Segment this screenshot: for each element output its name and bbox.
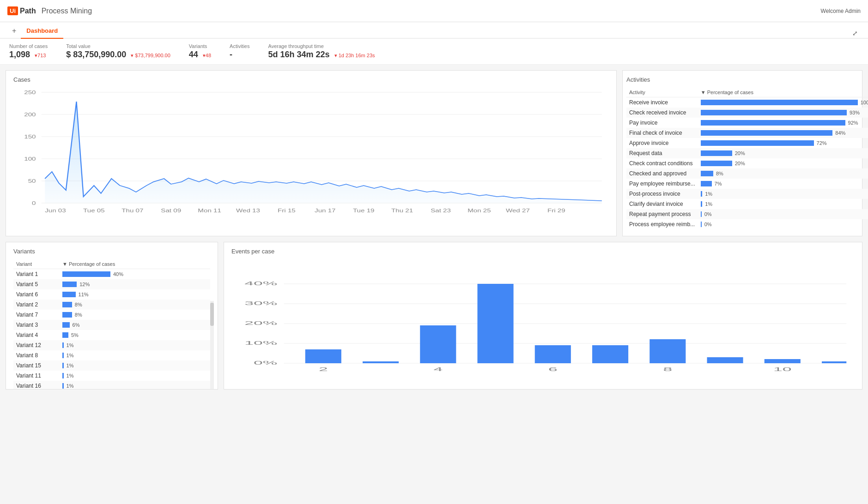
right-panel: Activities Activity ▼ Percentage of case… [622,70,862,236]
variant-pct-col-header[interactable]: ▼ Percentage of cases [60,259,210,269]
activity-pct-cell: 92% [698,118,868,128]
bar-2 [305,349,341,363]
svg-text:100: 100 [24,156,36,162]
activity-bar [701,110,847,115]
svg-text:10: 10 [773,367,791,372]
variant-row: Variant 16 1% [13,381,210,390]
bar-11 [822,361,846,363]
variant-row: Variant 7 8% [13,310,210,320]
activity-pct-label: 7% [715,181,728,186]
activity-pct-label: 93% [850,110,862,115]
variant-pct-label: 6% [73,322,85,328]
activity-name: Approve invoice [626,138,698,148]
activity-pct-cell: 93% [698,108,868,118]
variant-row: Variant 12 1% [13,340,210,350]
activity-pct-label: 0% [704,211,717,217]
svg-text:20%: 20% [244,321,277,326]
cases-card: Cases 0 50 100 150 200 250 Jun 03 Tue 05 [6,70,617,236]
stat-variants: Variants 44 ▾48 [189,43,211,60]
tab-dashboard[interactable]: Dashboard [21,24,63,39]
variant-col-header[interactable]: Variant [13,259,60,269]
variant-row: Variant 6 11% [13,289,210,300]
svg-text:Fri 15: Fri 15 [278,208,296,214]
variant-bar [62,383,64,389]
variant-bar [62,342,64,348]
svg-text:50: 50 [28,179,36,184]
variant-pct-label: 1% [67,342,79,348]
svg-text:Mon 25: Mon 25 [467,208,491,214]
pct-col-header[interactable]: ▼ Percentage of cases [698,88,868,97]
stat-activities: Activities - [230,43,249,60]
activity-pct-cell: 20% [698,158,868,168]
main-content: Cases 0 50 100 150 200 250 Jun 03 Tue 05 [0,65,868,242]
activity-pct-cell: 0% [698,209,868,219]
variant-pct-label: 8% [75,302,88,307]
activity-row: Post-process invoice 1% [626,189,868,199]
activity-bar [701,130,833,136]
svg-text:Tue 19: Tue 19 [353,208,375,214]
variant-pct-label: 5% [71,332,84,338]
activity-bar [701,120,845,126]
activity-row: Clarify deviant invoice 1% [626,199,868,209]
variant-row: Variant 1 40% [13,269,210,280]
svg-text:Thu 07: Thu 07 [121,208,143,214]
activity-pct-cell: 84% [698,128,868,138]
activities-table: Activity ▼ Percentage of cases Receive i… [626,88,868,229]
activity-col-header[interactable]: Activity [626,88,698,97]
variant-bar [62,322,70,328]
svg-text:30%: 30% [244,301,277,306]
bar-9 [707,357,743,363]
variant-pct-label: 1% [67,373,79,378]
variant-bar [62,271,110,277]
throughput-change: ▾ 1d 23h 16m 23s [334,53,375,59]
variant-row: Variant 15 1% [13,360,210,371]
activity-pct-label: 72% [817,140,830,146]
activity-name: Receive invoice [626,97,698,108]
variant-name: Variant 2 [13,300,60,310]
variant-bar [62,282,77,287]
activity-bar [701,100,858,105]
activity-bar [701,201,702,207]
variant-row: Variant 3 6% [13,320,210,330]
variant-bar [62,363,64,368]
activity-name: Check contract conditions [626,158,698,168]
svg-text:Wed 27: Wed 27 [506,208,530,214]
activity-name: Pay employee reimburse... [626,179,698,189]
bar-5 [478,284,514,363]
svg-text:4: 4 [433,367,443,372]
svg-text:Wed 13: Wed 13 [236,208,260,214]
variant-name: Variant 1 [13,269,60,280]
activity-bar [701,150,732,156]
activity-bar [701,211,702,217]
maximize-button[interactable]: ⤢ [850,29,861,38]
activity-name: Pay invoice [626,118,698,128]
variant-pct-cell: 8% [60,300,210,310]
variant-pct-cell: 40% [60,269,210,280]
variant-pct-cell: 1% [60,340,210,350]
activity-bar [701,222,702,227]
variant-name: Variant 12 [13,340,60,350]
logo-area: Ui Path Process Mining [7,6,92,15]
variant-name: Variant 7 [13,310,60,320]
svg-text:Thu 21: Thu 21 [391,208,413,214]
svg-text:200: 200 [24,112,36,118]
variant-name: Variant 5 [13,279,60,289]
activity-row: Repeat payment process 0% [626,209,868,219]
logo-box: Ui [7,6,18,15]
logo: Ui Path [7,6,36,15]
activity-pct-label: 0% [704,222,717,227]
svg-text:0: 0 [32,201,36,206]
scrollbar-thumb[interactable] [210,303,214,326]
variant-bar [62,332,68,338]
activity-name: Post-process invoice [626,189,698,199]
activity-pct-cell: 72% [698,138,868,148]
svg-text:6: 6 [548,367,558,372]
add-tab-button[interactable]: + [7,24,21,38]
activity-bar [701,171,713,176]
variant-name: Variant 11 [13,371,60,381]
activity-row: Approve invoice 72% [626,138,868,148]
activity-pct-cell: 20% [698,148,868,158]
events-title: Events per case [231,248,855,255]
cases-value: 1,098 [9,50,30,60]
activity-pct-label: 1% [705,191,718,197]
